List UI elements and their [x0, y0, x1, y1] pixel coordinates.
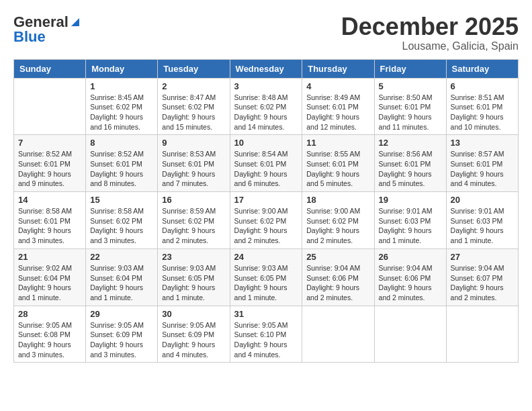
day-info: Sunrise: 9:03 AMSunset: 6:05 PMDaylight:…: [162, 263, 225, 303]
day-number: 3: [234, 81, 298, 91]
calendar-table: SundayMondayTuesdayWednesdayThursdayFrid…: [13, 59, 519, 363]
calendar-cell: 19Sunrise: 9:01 AMSunset: 6:03 PMDayligh…: [374, 192, 446, 249]
day-info: Sunrise: 9:04 AMSunset: 6:06 PMDaylight:…: [379, 263, 442, 303]
day-info: Sunrise: 9:04 AMSunset: 6:07 PMDaylight:…: [451, 263, 514, 303]
day-number: 22: [90, 252, 153, 262]
day-number: 5: [379, 81, 442, 91]
calendar-week-row: 14Sunrise: 8:58 AMSunset: 6:01 PMDayligh…: [14, 192, 519, 249]
calendar-cell: 10Sunrise: 8:54 AMSunset: 6:01 PMDayligh…: [230, 135, 302, 192]
calendar-cell: 8Sunrise: 8:52 AMSunset: 6:01 PMDaylight…: [86, 135, 158, 192]
calendar-cell: 14Sunrise: 8:58 AMSunset: 6:01 PMDayligh…: [14, 192, 86, 249]
calendar-cell: [446, 306, 518, 363]
title-block: December 2025 Lousame, Galicia, Spain: [341, 13, 519, 52]
day-info: Sunrise: 9:05 AMSunset: 6:09 PMDaylight:…: [90, 320, 153, 360]
day-info: Sunrise: 9:02 AMSunset: 6:04 PMDaylight:…: [18, 263, 81, 303]
calendar-week-row: 21Sunrise: 9:02 AMSunset: 6:04 PMDayligh…: [14, 248, 519, 306]
day-info: Sunrise: 8:59 AMSunset: 6:02 PMDaylight:…: [162, 206, 225, 246]
calendar-cell: 13Sunrise: 8:57 AMSunset: 6:01 PMDayligh…: [446, 135, 518, 192]
calendar-week-row: 28Sunrise: 9:05 AMSunset: 6:08 PMDayligh…: [14, 306, 519, 363]
calendar-cell: 6Sunrise: 8:51 AMSunset: 6:01 PMDaylight…: [446, 78, 518, 135]
calendar-week-row: 7Sunrise: 8:52 AMSunset: 6:01 PMDaylight…: [14, 135, 519, 192]
weekday-header-wednesday: Wednesday: [230, 59, 302, 78]
day-info: Sunrise: 8:51 AMSunset: 6:01 PMDaylight:…: [451, 93, 514, 132]
calendar-cell: 17Sunrise: 9:00 AMSunset: 6:02 PMDayligh…: [230, 192, 302, 249]
day-info: Sunrise: 8:52 AMSunset: 6:01 PMDaylight:…: [90, 149, 153, 189]
day-info: Sunrise: 8:57 AMSunset: 6:01 PMDaylight:…: [451, 149, 514, 189]
day-info: Sunrise: 8:54 AMSunset: 6:01 PMDaylight:…: [234, 149, 298, 189]
day-info: Sunrise: 8:53 AMSunset: 6:01 PMDaylight:…: [162, 149, 225, 189]
day-number: 23: [162, 252, 225, 262]
day-info: Sunrise: 8:45 AMSunset: 6:02 PMDaylight:…: [90, 93, 153, 132]
logo-blue: Blue: [13, 28, 46, 46]
calendar-cell: 29Sunrise: 9:05 AMSunset: 6:09 PMDayligh…: [86, 306, 158, 363]
location-subtitle: Lousame, Galicia, Spain: [341, 40, 519, 52]
day-info: Sunrise: 9:03 AMSunset: 6:04 PMDaylight:…: [90, 263, 153, 303]
calendar-cell: 21Sunrise: 9:02 AMSunset: 6:04 PMDayligh…: [14, 248, 86, 306]
calendar-cell: 3Sunrise: 8:48 AMSunset: 6:02 PMDaylight…: [230, 78, 302, 135]
calendar-cell: 4Sunrise: 8:49 AMSunset: 6:01 PMDaylight…: [302, 78, 374, 135]
day-number: 2: [162, 81, 225, 91]
day-number: 29: [90, 309, 153, 319]
weekday-header-sunday: Sunday: [14, 59, 86, 78]
day-number: 12: [379, 138, 442, 148]
day-number: 11: [306, 138, 369, 148]
day-info: Sunrise: 9:00 AMSunset: 6:02 PMDaylight:…: [306, 206, 369, 246]
day-number: 26: [379, 252, 442, 262]
weekday-header-friday: Friday: [374, 59, 446, 78]
calendar-cell: 1Sunrise: 8:45 AMSunset: 6:02 PMDaylight…: [86, 78, 158, 135]
svg-marker-0: [71, 18, 79, 26]
day-info: Sunrise: 9:05 AMSunset: 6:08 PMDaylight:…: [18, 320, 81, 360]
day-number: 8: [90, 138, 153, 148]
day-info: Sunrise: 9:04 AMSunset: 6:06 PMDaylight:…: [306, 263, 369, 303]
day-number: 6: [451, 81, 514, 91]
calendar-cell: 7Sunrise: 8:52 AMSunset: 6:01 PMDaylight…: [14, 135, 86, 192]
calendar-cell: [302, 306, 374, 363]
day-info: Sunrise: 8:58 AMSunset: 6:01 PMDaylight:…: [18, 206, 81, 246]
day-info: Sunrise: 9:01 AMSunset: 6:03 PMDaylight:…: [451, 206, 514, 246]
calendar-cell: 28Sunrise: 9:05 AMSunset: 6:08 PMDayligh…: [14, 306, 86, 363]
calendar-cell: 30Sunrise: 9:05 AMSunset: 6:09 PMDayligh…: [158, 306, 230, 363]
day-number: 18: [306, 195, 369, 205]
page-header: General Blue December 2025 Lousame, Gali…: [13, 13, 519, 52]
day-number: 27: [451, 252, 514, 262]
day-info: Sunrise: 8:52 AMSunset: 6:01 PMDaylight:…: [18, 149, 81, 189]
day-info: Sunrise: 9:05 AMSunset: 6:09 PMDaylight:…: [162, 320, 225, 360]
weekday-header-monday: Monday: [86, 59, 158, 78]
calendar-cell: 11Sunrise: 8:55 AMSunset: 6:01 PMDayligh…: [302, 135, 374, 192]
day-info: Sunrise: 8:56 AMSunset: 6:01 PMDaylight:…: [379, 149, 442, 189]
calendar-cell: 9Sunrise: 8:53 AMSunset: 6:01 PMDaylight…: [158, 135, 230, 192]
weekday-header-tuesday: Tuesday: [158, 59, 230, 78]
day-info: Sunrise: 8:58 AMSunset: 6:02 PMDaylight:…: [90, 206, 153, 246]
day-number: 13: [451, 138, 514, 148]
calendar-cell: 15Sunrise: 8:58 AMSunset: 6:02 PMDayligh…: [86, 192, 158, 249]
day-info: Sunrise: 9:01 AMSunset: 6:03 PMDaylight:…: [379, 206, 442, 246]
month-year-title: December 2025: [341, 13, 519, 40]
logo-bird-icon: [70, 17, 81, 28]
calendar-cell: 23Sunrise: 9:03 AMSunset: 6:05 PMDayligh…: [158, 248, 230, 306]
day-number: 10: [234, 138, 298, 148]
day-number: 4: [306, 81, 369, 91]
calendar-cell: 20Sunrise: 9:01 AMSunset: 6:03 PMDayligh…: [446, 192, 518, 249]
day-info: Sunrise: 9:05 AMSunset: 6:10 PMDaylight:…: [234, 320, 298, 360]
day-number: 14: [18, 195, 81, 205]
day-number: 1: [90, 81, 153, 91]
day-number: 30: [162, 309, 225, 319]
calendar-cell: 31Sunrise: 9:05 AMSunset: 6:10 PMDayligh…: [230, 306, 302, 363]
calendar-cell: 27Sunrise: 9:04 AMSunset: 6:07 PMDayligh…: [446, 248, 518, 306]
day-number: 7: [18, 138, 81, 148]
calendar-cell: 2Sunrise: 8:47 AMSunset: 6:02 PMDaylight…: [158, 78, 230, 135]
day-info: Sunrise: 9:03 AMSunset: 6:05 PMDaylight:…: [234, 263, 298, 303]
day-info: Sunrise: 8:48 AMSunset: 6:02 PMDaylight:…: [234, 93, 298, 132]
calendar-cell: 5Sunrise: 8:50 AMSunset: 6:01 PMDaylight…: [374, 78, 446, 135]
day-info: Sunrise: 8:47 AMSunset: 6:02 PMDaylight:…: [162, 93, 225, 132]
day-number: 16: [162, 195, 225, 205]
calendar-cell: [14, 78, 86, 135]
day-number: 17: [234, 195, 298, 205]
day-number: 15: [90, 195, 153, 205]
day-number: 25: [306, 252, 369, 262]
calendar-week-row: 1Sunrise: 8:45 AMSunset: 6:02 PMDaylight…: [14, 78, 519, 135]
logo: General Blue: [13, 13, 81, 46]
weekday-header-saturday: Saturday: [446, 59, 518, 78]
calendar-cell: 12Sunrise: 8:56 AMSunset: 6:01 PMDayligh…: [374, 135, 446, 192]
day-number: 19: [379, 195, 442, 205]
